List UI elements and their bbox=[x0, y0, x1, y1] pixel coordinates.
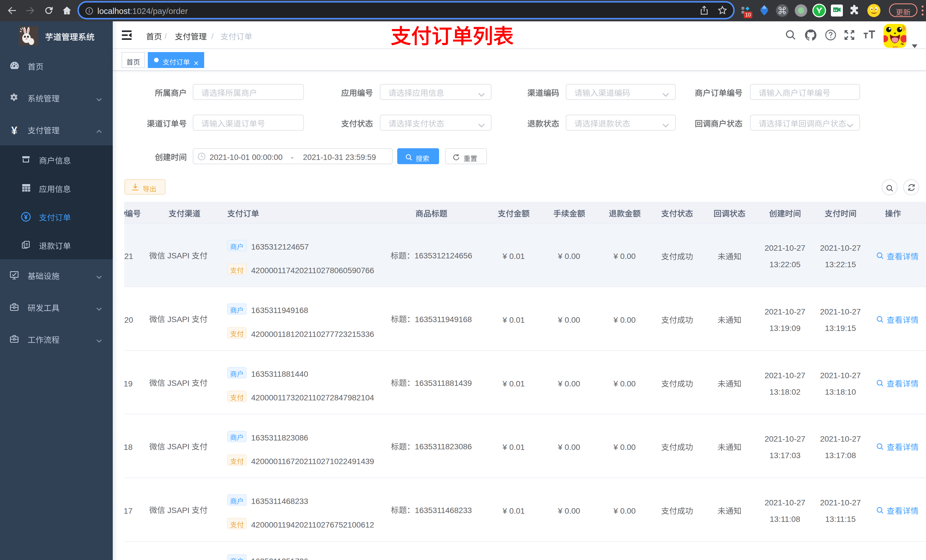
svg-text:¥: ¥ bbox=[11, 125, 17, 136]
svg-text:¥: ¥ bbox=[24, 213, 28, 221]
